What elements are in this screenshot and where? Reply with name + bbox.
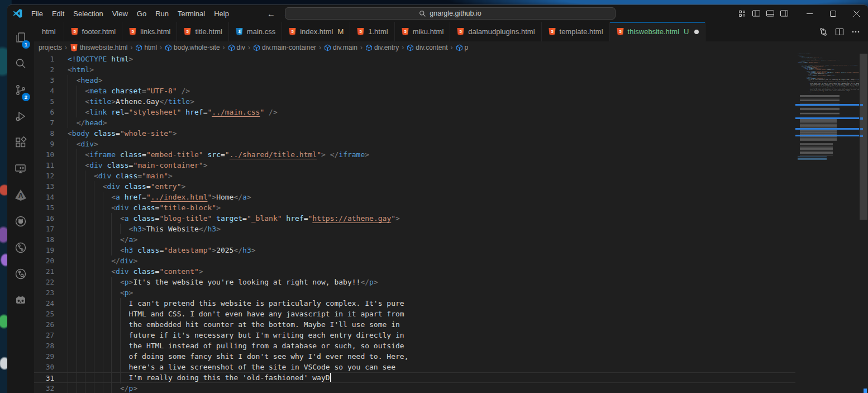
code-line-29: 29 of doing some fancy shit I don't see … xyxy=(34,351,795,362)
menu-selection[interactable]: Selection xyxy=(69,8,107,20)
code-line-13: 13 <div class="entry"> xyxy=(34,181,795,192)
nav-back-button[interactable]: ← xyxy=(267,9,275,18)
line-number: 14 xyxy=(34,192,54,202)
activitybar-item-a-extension[interactable]: A xyxy=(7,183,34,209)
line-number: 28 xyxy=(34,340,54,351)
command-center-search[interactable]: gnargle.github.io xyxy=(285,7,616,20)
customize-layout-icon[interactable] xyxy=(738,9,747,18)
minimize-button[interactable] xyxy=(798,5,821,22)
breadcrumb-item-body-whole-site[interactable]: body.whole-site xyxy=(164,44,221,51)
breadcrumb-item-div[interactable]: div xyxy=(227,44,246,51)
open-changes-icon[interactable] xyxy=(819,27,828,36)
tab-label: thiswebsite.html xyxy=(628,27,679,36)
breadcrumb-item-div-entry[interactable]: div.entry xyxy=(365,44,399,51)
line-number: 20 xyxy=(34,255,54,266)
menu-edit[interactable]: Edit xyxy=(47,8,69,20)
menu-help[interactable]: Help xyxy=(209,8,233,20)
overview-ruler-mark xyxy=(860,135,863,137)
line-number: 22 xyxy=(34,277,54,287)
maximize-button[interactable] xyxy=(821,5,845,22)
tab-dalamudplugins-html[interactable]: 5dalamudplugins.html xyxy=(450,22,541,41)
line-number: 30 xyxy=(34,362,54,372)
menu-terminal[interactable]: Terminal xyxy=(173,8,209,20)
editor[interactable]: 1<!DOCTYPE html>2<html>3 <head>4 <meta c… xyxy=(34,54,868,393)
line-number: 32 xyxy=(34,383,54,393)
svg-text:A: A xyxy=(18,192,23,200)
code-line-19: 19 <h3 class="datestamp">2025</h3> xyxy=(34,245,795,255)
search-icon xyxy=(419,10,426,17)
tab-main-css[interactable]: 3main.css xyxy=(229,22,282,41)
cube-icon xyxy=(135,44,142,51)
close-button[interactable] xyxy=(845,5,868,22)
tab-thiswebsite-html[interactable]: 5thiswebsite.htmlU xyxy=(610,22,706,41)
html-file-icon: 5 xyxy=(70,27,79,36)
tab-1-html[interactable]: 51.html xyxy=(350,22,394,41)
html-file-icon: 5 xyxy=(128,27,137,36)
minimap-text-block xyxy=(800,95,840,116)
tab-label: template.html xyxy=(560,27,603,36)
tab-links-html[interactable]: 5links.html xyxy=(122,22,177,41)
activitybar-item-github[interactable] xyxy=(7,209,34,235)
breadcrumb-item-div-main-container[interactable]: div.main-container xyxy=(252,44,317,51)
breadcrumb-item-projects[interactable]: projects xyxy=(38,44,63,51)
line-number: 21 xyxy=(34,266,54,277)
code-line-9: 9 <div> xyxy=(34,139,795,149)
code-line-17: 17 <h3>This Website</h3> xyxy=(34,224,795,234)
breadcrumb-label: body.whole-site xyxy=(174,44,220,51)
breadcrumb-item-div-content[interactable]: div.content xyxy=(406,44,448,51)
tab-title-html[interactable]: 5title.html xyxy=(177,22,228,41)
code-line-18: 18 </a> xyxy=(34,234,795,245)
line-number: 7 xyxy=(34,117,54,128)
minimap-text-block xyxy=(800,143,833,155)
toggle-sidebar-icon[interactable] xyxy=(752,9,761,18)
html-file-icon: 5 xyxy=(288,27,297,36)
breadcrumb-item-html[interactable]: html xyxy=(135,44,158,51)
search-value: gnargle.github.io xyxy=(430,10,481,17)
vscode-logo-icon xyxy=(12,8,22,18)
html-icon: 5 xyxy=(70,44,78,52)
activitybar-item-remote-explorer[interactable] xyxy=(7,157,34,183)
menu-go[interactable]: Go xyxy=(132,8,151,20)
activitybar-item-explorer[interactable]: 1 xyxy=(7,25,34,51)
menu-file[interactable]: File xyxy=(27,8,47,20)
breadcrumb-label: div xyxy=(237,44,245,51)
breadcrumb-separator: › xyxy=(319,44,321,51)
breadcrumb-item-thiswebsite-html[interactable]: 5thiswebsite.html xyxy=(69,44,128,52)
activitybar-item-extensions[interactable] xyxy=(7,130,34,157)
activitybar-item-run-debug[interactable] xyxy=(7,104,34,130)
tab-footer-html[interactable]: 5footer.html xyxy=(64,22,123,41)
activitybar-item-git-graph[interactable] xyxy=(7,235,34,262)
editor-scrollbar[interactable] xyxy=(859,54,868,393)
split-editor-icon[interactable] xyxy=(835,27,844,36)
more-actions-icon[interactable] xyxy=(851,27,860,36)
toggle-panel-icon[interactable] xyxy=(766,9,775,18)
a-extension-icon: A xyxy=(14,188,27,204)
godot-tools-icon xyxy=(14,293,27,309)
line-number: 15 xyxy=(34,202,54,213)
line-number: 8 xyxy=(34,128,54,139)
svg-text:5: 5 xyxy=(132,29,134,34)
menu-view[interactable]: View xyxy=(108,8,132,20)
breadcrumb-item-div-main[interactable]: div.main xyxy=(323,44,358,51)
activitybar-item-godot-tools[interactable] xyxy=(7,288,34,314)
activitybar-item-source-control[interactable]: 2 xyxy=(7,78,34,104)
tab-label: miku.html xyxy=(413,27,444,36)
html-file-icon: 5 xyxy=(401,27,409,36)
tab-miku-html[interactable]: 5miku.html xyxy=(395,22,451,41)
overview-ruler-mark xyxy=(860,128,863,130)
menu-run[interactable]: Run xyxy=(151,8,173,20)
search-icon xyxy=(14,57,27,73)
tab-template-html[interactable]: 5template.html xyxy=(542,22,610,41)
tab-html[interactable]: html xyxy=(34,22,64,41)
toggle-secondary-sidebar-icon[interactable] xyxy=(780,9,789,18)
activitybar-item-search[interactable] xyxy=(7,51,34,78)
cube-icon xyxy=(407,44,414,51)
tab-index-html[interactable]: 5index.htmlM xyxy=(282,22,350,41)
dirty-indicator[interactable] xyxy=(694,30,699,34)
minimap[interactable]: <!DOCTYPE html><html> <head> <meta chars… xyxy=(795,54,859,393)
breadcrumb-item-p[interactable]: p xyxy=(455,44,469,51)
run-debug-icon xyxy=(14,110,27,125)
activitybar-item-gitlens[interactable] xyxy=(7,262,34,288)
minimap-highlight-marker xyxy=(795,128,859,130)
minimap-highlight-marker xyxy=(795,104,859,106)
